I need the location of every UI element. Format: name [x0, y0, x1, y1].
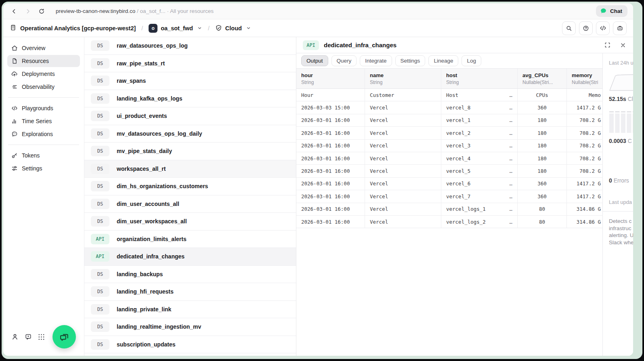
- tab-settings[interactable]: Settings: [395, 55, 426, 66]
- resource-row-landing-private-link[interactable]: DSlanding_private_link: [84, 301, 296, 319]
- table-cell: 180: [518, 152, 567, 164]
- column-header-memory[interactable]: memoryNullable(Stri: [567, 69, 602, 88]
- resource-row-organization-limits-alerts[interactable]: APIorganization_limits_alerts: [84, 231, 296, 248]
- table-row[interactable]: HourCustomerHost…CPUsMemo: [296, 89, 602, 101]
- table-cell: 180: [518, 140, 567, 152]
- resource-row-workspaces-all-rt[interactable]: DSworkspaces_all_rt: [84, 160, 296, 178]
- forward-icon[interactable]: [23, 6, 33, 17]
- table-row[interactable]: 2026-03-01 16:00Vercelvercel_7…3601417.2…: [296, 190, 602, 203]
- resource-row-raw-spans[interactable]: DSraw_spans: [84, 72, 296, 90]
- code-button[interactable]: [596, 21, 610, 35]
- resource-type-badge: DS: [91, 321, 109, 332]
- table-cell: Vercel: [365, 140, 441, 152]
- environment-switcher[interactable]: Cloud: [215, 25, 251, 31]
- sidebar-item-tokens[interactable]: Tokens: [7, 149, 80, 162]
- resource-row-landing-hfi-requests[interactable]: DSlanding_hfi_requests: [84, 283, 296, 301]
- sidebar-item-label: Time Series: [22, 118, 52, 124]
- column-header-hour[interactable]: hourString: [296, 69, 365, 88]
- resource-row-raw-datasources-ops-log[interactable]: DSraw_datasources_ops_log: [84, 37, 296, 55]
- table-cell: vercel_1…: [441, 114, 518, 126]
- cell-value: 2026-03-01 16:00: [301, 180, 350, 187]
- sidebar-item-label: Observability: [22, 84, 55, 90]
- table-row[interactable]: 2026-03-01 16:00Vercelvercel_4…180708.2 …: [296, 152, 602, 165]
- cell-value: 360: [537, 193, 547, 199]
- resource-row-raw-pipe-stats-rt[interactable]: DSraw_pipe_stats_rt: [84, 55, 296, 73]
- table-cell: 708.2 G: [567, 140, 602, 152]
- organization-switcher[interactable]: Operational Analytics [gcp-europe-west2]: [10, 24, 136, 32]
- table-row[interactable]: 2026-03-03 15:00Vercelvercel_8…3601417.2…: [296, 101, 602, 114]
- cell-value: 2026-03-01 16:00: [301, 143, 350, 149]
- resource-name: landing_backups: [117, 271, 163, 277]
- table-row[interactable]: 2026-03-01 16:00Vercelvercel_6…3601417.2…: [296, 178, 602, 190]
- tab-output[interactable]: Output: [301, 55, 328, 66]
- grid-dots-icon[interactable]: [38, 334, 45, 340]
- table-row[interactable]: 2026-03-01 16:00Vercelvercel_3…180708.2 …: [296, 140, 602, 152]
- expand-icon[interactable]: [604, 42, 610, 48]
- resource-row-dim-user-accounts-all[interactable]: DSdim_user_accounts_all: [84, 195, 296, 213]
- chat-button[interactable]: Chat: [596, 5, 627, 17]
- cell-value: vercel_1: [446, 117, 470, 123]
- table-cell: vercel_7…: [441, 190, 518, 202]
- sidebar-item-observability[interactable]: Observability: [7, 81, 80, 93]
- user-icon[interactable]: [11, 333, 19, 340]
- resource-row-landing-kafka-ops-logs[interactable]: DSlanding_kafka_ops_logs: [84, 90, 296, 108]
- cell-value: 2026-03-03 15:00: [301, 105, 350, 111]
- file-icon: [11, 58, 18, 64]
- search-button[interactable]: [562, 21, 576, 35]
- resource-row-mv-datasources-ops-log-daily[interactable]: DSmv_datasources_ops_log_daily: [84, 125, 296, 143]
- sidebar-item-playgrounds[interactable]: Playgrounds: [7, 102, 80, 114]
- help-button[interactable]: [579, 21, 593, 35]
- refresh-icon[interactable]: [36, 6, 47, 17]
- feedback-icon[interactable]: [25, 333, 32, 340]
- cell-value: 360: [537, 105, 547, 111]
- column-type: Nullable(Stri...: [522, 80, 562, 85]
- table-row[interactable]: 2026-03-01 16:00Vercelvercel_logs_2…8031…: [296, 216, 602, 228]
- tab-lineage[interactable]: Lineage: [428, 55, 458, 66]
- url-bar[interactable]: preview-tb-canon-new.tinybird.co / oa_so…: [56, 8, 214, 14]
- resource-row-mv-pipe-stats-daily[interactable]: DSmv_pipe_stats_daily: [84, 143, 296, 160]
- tab-log[interactable]: Log: [461, 55, 481, 66]
- resource-row-landing-realtime-ingestion-mv[interactable]: DSlanding_realtime_ingestion_mv: [84, 318, 296, 336]
- table-header: hourStringnameStringhostStringavg_CPUsNu…: [296, 69, 602, 89]
- resource-type-badge: DS: [91, 269, 109, 279]
- column-header-name[interactable]: nameString: [365, 69, 441, 88]
- cell-value: 180: [537, 117, 547, 123]
- table-cell: 2026-03-01 16:00: [296, 216, 365, 228]
- sidebar-item-time-series[interactable]: Time Series: [7, 115, 80, 127]
- tab-integrate[interactable]: Integrate: [360, 55, 392, 66]
- cell-value: 180: [537, 130, 547, 136]
- close-icon[interactable]: [620, 42, 626, 48]
- building-icon: [10, 24, 17, 32]
- sidebar-item-settings[interactable]: Settings: [7, 162, 80, 174]
- table-row[interactable]: 2026-03-01 16:00Vercelvercel_2…180708.2 …: [296, 127, 602, 139]
- resource-row-ui-product-events[interactable]: DSui_product_events: [84, 107, 296, 125]
- table-row[interactable]: 2026-03-01 16:00Vercelvercel_logs_1…8031…: [296, 203, 602, 216]
- table-row[interactable]: 2026-03-01 16:00Vercelvercel_1…180708.2 …: [296, 114, 602, 127]
- chat-bubbles-icon: [59, 332, 70, 342]
- resource-row-landing-backups[interactable]: DSlanding_backups: [84, 266, 296, 283]
- column-header-host[interactable]: hostString: [441, 69, 518, 88]
- tab-query[interactable]: Query: [331, 55, 357, 66]
- resource-row-subscription-updates[interactable]: DSsubscription_updates: [84, 336, 296, 354]
- resource-type-badge: DS: [91, 339, 109, 350]
- cell-value: vercel_logs_2: [446, 219, 486, 225]
- back-icon[interactable]: [9, 6, 19, 17]
- resource-name: landing_realtime_ingestion_mv: [117, 323, 201, 330]
- resource-row-dim-user-workspaces-all[interactable]: DSdim_user_workspaces_all: [84, 213, 296, 231]
- panel-description-line: Slack whe: [609, 239, 633, 246]
- table-cell: 2026-03-01 16:00: [296, 203, 365, 215]
- table-row[interactable]: 2026-03-01 16:00Vercelvercel_5…180708.2 …: [296, 165, 602, 177]
- resource-row-dedicated-infra-changes[interactable]: APIdedicated_infra_changes: [84, 248, 296, 266]
- workspace-switcher[interactable]: o oa_sot_fwd: [149, 24, 202, 33]
- cell-value: vercel_6: [446, 180, 470, 187]
- sidebar-item-explorations[interactable]: Explorations: [7, 128, 80, 140]
- sidebar-item-overview[interactable]: Overview: [7, 42, 80, 54]
- resource-row-dim-hs-organizations-customers[interactable]: DSdim_hs_organizations_customers: [84, 178, 296, 195]
- table-cell: 1417.2 G: [567, 101, 602, 113]
- cell-value: Vercel: [370, 219, 388, 225]
- chat-fab-button[interactable]: [52, 325, 76, 348]
- sidebar-item-deployments[interactable]: Deployments: [7, 68, 80, 80]
- column-header-avg-cpus[interactable]: avg_CPUsNullable(Stri...: [518, 69, 567, 88]
- sidebar-item-resources[interactable]: Resources: [7, 55, 80, 67]
- bot-button[interactable]: [613, 21, 627, 35]
